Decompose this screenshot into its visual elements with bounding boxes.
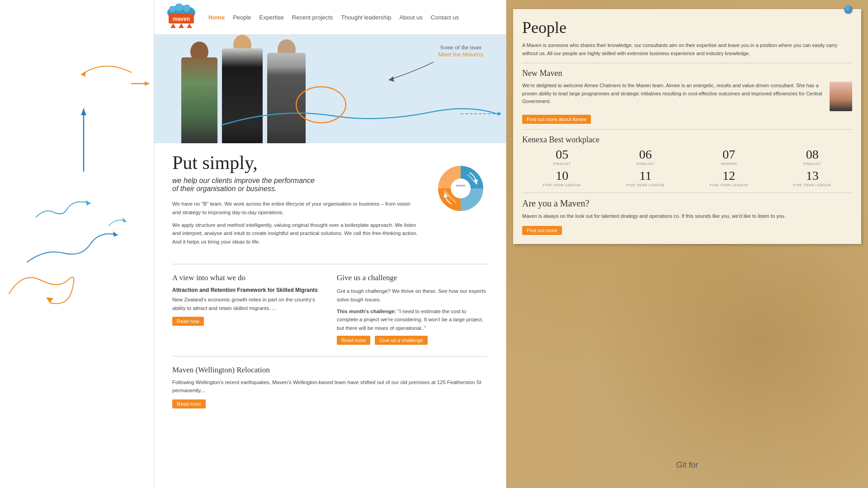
challenge-body1: Got a tough challenge? We thrive on thes… xyxy=(337,287,488,304)
cork-divider-3 xyxy=(522,192,852,193)
people-section-title: People xyxy=(522,18,852,37)
are-you-maven-find-out-button[interactable]: Find out more xyxy=(522,226,562,235)
svg-marker-16 xyxy=(179,23,184,28)
svg-point-22 xyxy=(451,178,471,198)
some-of-team-text: Some of the team xyxy=(438,44,483,51)
cork-board: People A Maven is someone who shares the… xyxy=(506,0,868,488)
relocation-title: Maven (Wellington) Relocation xyxy=(172,366,488,375)
nav-home[interactable]: Home xyxy=(208,14,225,21)
cork-divider-2 xyxy=(522,129,852,130)
kenexa-title: Kenexa Best workplace xyxy=(522,135,852,145)
nav-about-us[interactable]: About us xyxy=(399,14,422,21)
nav-thought-leadership[interactable]: Thought leadership xyxy=(341,14,391,21)
nav-contact-us[interactable]: Contact us xyxy=(431,14,459,21)
svg-text:maven: maven xyxy=(173,16,190,22)
kenexa-year-12: 12 xyxy=(689,169,769,182)
relocation-body: Following Wellington's recent earthquake… xyxy=(172,378,488,395)
hero-banner: Some of the team Meet the Mavens xyxy=(154,35,506,143)
person-3-figure xyxy=(267,51,306,143)
nav-expertise[interactable]: Expertise xyxy=(259,14,284,21)
svg-marker-0 xyxy=(81,71,86,77)
svg-marker-6 xyxy=(145,81,149,86)
meet-mavens-link[interactable]: Meet the Mavens xyxy=(438,51,483,58)
cork-divider-1 xyxy=(522,63,852,63)
tagline-headline: Put simply, xyxy=(172,152,420,173)
section-divider-1 xyxy=(172,264,488,264)
read-more-button[interactable]: Read more xyxy=(337,336,370,345)
view-title: A view into what we do xyxy=(172,273,323,282)
svg-text:maven: maven xyxy=(456,184,465,187)
person-2-figure xyxy=(222,46,263,143)
whiteboard-area xyxy=(0,0,154,488)
svg-marker-2 xyxy=(113,231,118,237)
give-challenge-button[interactable]: Give us a challenge xyxy=(375,336,428,345)
kenexa-05: 05 FINALIST xyxy=(522,148,602,166)
challenge-title: Give us a challenge xyxy=(337,273,488,282)
are-you-maven-body: Maven is always on the look out for tale… xyxy=(522,212,852,221)
svg-marker-15 xyxy=(170,23,176,28)
kenexa-year-06: 06 xyxy=(606,148,686,161)
kenexa-12: 12 FIVE-YEAR LEAGUE xyxy=(689,169,769,187)
kenexa-label-06: FINALIST xyxy=(606,162,686,166)
svg-point-12 xyxy=(183,5,190,12)
kenexa-year-10: 10 xyxy=(522,169,602,182)
site-header: maven Home People Expertise Recent proje… xyxy=(154,0,506,35)
nav-recent-projects[interactable]: Recent projects xyxy=(292,14,333,21)
kenexa-year-08: 08 xyxy=(773,148,853,161)
article-title: Attraction and Retention Framework for S… xyxy=(172,287,323,293)
main-content: Put simply, we help our clients improve … xyxy=(154,143,506,418)
svg-marker-1 xyxy=(81,108,86,115)
svg-marker-17 xyxy=(187,23,192,28)
relocation-section: Maven (Wellington) Relocation Following … xyxy=(172,356,488,408)
hero-annotation: Some of the team Meet the Mavens xyxy=(438,44,483,58)
view-col: A view into what we do Attraction and Re… xyxy=(172,273,323,345)
tagline-section: Put simply, we help our clients improve … xyxy=(172,152,488,250)
strategy-operations-diagram: maven STRATEGY OPERATIONS xyxy=(434,161,488,216)
people-description: A Maven is someone who shares their know… xyxy=(522,42,852,57)
tagline-para-1: We have no "B" team. We work across the … xyxy=(172,200,420,216)
person-1-figure xyxy=(181,53,217,143)
kenexa-06: 06 FINALIST xyxy=(606,148,686,166)
read-now-button[interactable]: Read now xyxy=(172,317,204,326)
challenge-col: Give us a challenge Got a tough challeng… xyxy=(337,273,488,345)
cork-pin-1 xyxy=(844,5,852,14)
are-you-maven-title: Are you a Maven? xyxy=(522,198,852,209)
kenexa-10: 10 FIVE-YEAR LEAGUE xyxy=(522,169,602,187)
svg-marker-5 xyxy=(123,218,127,222)
new-maven-title: New Maven xyxy=(522,69,852,78)
svg-marker-4 xyxy=(86,200,90,206)
kenexa-label-12: FIVE-YEAR LEAGUE xyxy=(689,183,769,187)
kenexa-08: 08 FINALIST xyxy=(773,148,853,166)
kenexa-year-05: 05 xyxy=(522,148,602,161)
kenexa-label-13: FIVE YEAR LEAGUE xyxy=(773,183,853,187)
kenexa-year-13: 13 xyxy=(773,169,853,182)
people-note-card: People A Maven is someone who shares the… xyxy=(513,9,861,244)
challenge-body2: This month's challenge: "I need to estim… xyxy=(337,307,488,332)
svg-marker-21 xyxy=(498,112,501,116)
nav-people[interactable]: People xyxy=(233,14,251,21)
tagline-body: We have no "B" team. We work across the … xyxy=(172,200,420,246)
kenexa-label-08: FINALIST xyxy=(773,162,853,166)
svg-marker-3 xyxy=(46,297,53,303)
relocation-read-more-button[interactable]: Read more xyxy=(172,399,206,408)
whiteboard-drawing xyxy=(0,0,154,488)
kenexa-label-07: WINNER xyxy=(689,162,769,166)
tagline-para-2: We apply structure and method intelligen… xyxy=(172,221,420,246)
tagline-text: Put simply, we help our clients improve … xyxy=(172,152,420,250)
kenexa-11: 11 FIVE-YEAR LEAGUE xyxy=(606,169,686,187)
kenexa-label-10: FIVE-YEAR LEAGUE xyxy=(522,183,602,187)
find-out-more-aimee-button[interactable]: Find out more about Aimee xyxy=(522,115,591,124)
maven-logo: maven xyxy=(163,4,199,31)
svg-point-10 xyxy=(169,6,175,12)
kenexa-13: 13 FIVE YEAR LEAGUE xyxy=(773,169,853,187)
kenexa-07: 07 WINNER xyxy=(689,148,769,166)
kenexa-year-07: 07 xyxy=(689,148,769,161)
two-col-section: A view into what we do Attraction and Re… xyxy=(172,273,488,345)
tagline-sub: we help our clients improve the performa… xyxy=(172,177,420,193)
site-nav: Home People Expertise Recent projects Th… xyxy=(208,14,459,21)
hero-people xyxy=(181,46,306,143)
git-for-label: Git for xyxy=(676,460,698,470)
svg-marker-18 xyxy=(389,76,394,82)
new-maven-person-img xyxy=(830,82,852,111)
kenexa-label-05: FINALIST xyxy=(522,162,602,166)
